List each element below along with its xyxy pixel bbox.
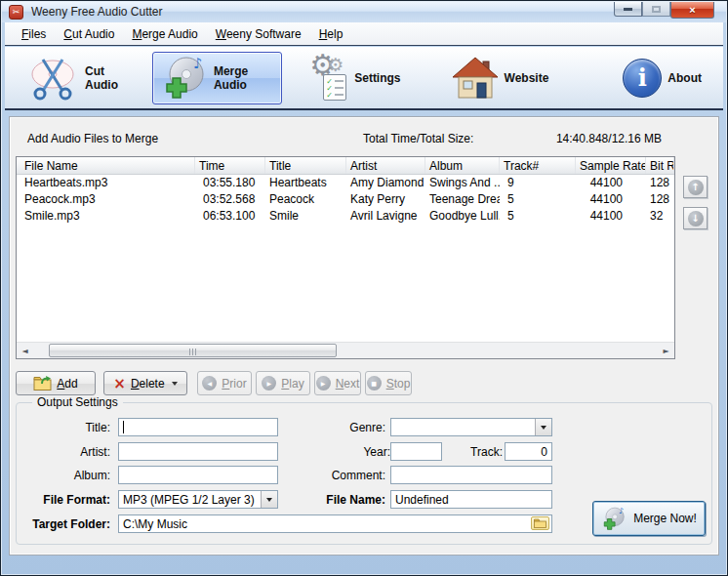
prior-icon: ◀ [202, 376, 217, 391]
minimize-button[interactable] [614, 2, 642, 17]
action-button-row: Add × Delete ◀ Prior ▶ Play ▶ Next ■ Sto… [16, 371, 412, 395]
move-up-button[interactable]: ↑ [683, 176, 708, 198]
track-label: Track: [426, 445, 503, 459]
album-label: Album: [17, 469, 110, 482]
menu-merge-audio[interactable]: Merge Audio [123, 23, 206, 45]
play-button: ▶ Play [256, 371, 310, 395]
scroll-left-arrow[interactable]: ◄ [17, 343, 33, 358]
menu-files[interactable]: Files [13, 23, 55, 45]
add-label: Add [57, 377, 77, 391]
down-arrow-icon: ↓ [688, 211, 704, 226]
album-input[interactable] [118, 466, 278, 484]
delete-dropdown-arrow [172, 382, 178, 386]
svg-text:♪: ♪ [193, 56, 203, 72]
folder-icon [534, 518, 546, 528]
table-row[interactable]: Heartbeats.mp3 03:55.180 Heartbeats Amy … [17, 175, 674, 191]
file-list-table[interactable]: File Name Time Title Artist Album Track#… [16, 156, 675, 359]
text-caret [123, 421, 124, 433]
col-title[interactable]: Title [265, 157, 346, 174]
main-panel: Add Audio Files to Merge Total Time/Tota… [9, 116, 719, 555]
track-input[interactable] [505, 442, 552, 461]
cut-audio-tool-button[interactable]: Cut Audio [20, 53, 139, 103]
settings-gears-icon: ⚙ ⚙ ✓ ✓ ✓ [303, 56, 348, 101]
delete-button[interactable]: × Delete [103, 371, 187, 395]
merge-cd-icon: ♪ [161, 56, 208, 101]
scissors-icon [28, 56, 79, 101]
app-icon: ✂ [9, 5, 23, 20]
merge-audio-tool-button[interactable]: ♪ Merge Audio [152, 52, 282, 104]
file-name-input[interactable] [390, 490, 552, 509]
col-album[interactable]: Album [425, 157, 500, 174]
merge-now-label: Merge Now! [633, 512, 697, 525]
website-label: Website [505, 71, 549, 85]
menu-weeny-software[interactable]: Weeny Software [207, 23, 310, 45]
toolbar: Cut Audio ♪ Merge Audio [5, 47, 723, 110]
merge-now-button[interactable]: ♪ Merge Now! [592, 501, 706, 536]
menu-cut-audio[interactable]: Cut Audio [55, 23, 123, 45]
year-label: Year: [322, 445, 390, 459]
col-artist[interactable]: Artist [346, 157, 425, 174]
output-settings-group: Output Settings Title: Genre: Artist: Ye… [16, 402, 712, 545]
stop-icon: ■ [367, 376, 382, 391]
comment-label: Comment: [270, 469, 385, 482]
target-folder-label: Target Folder: [17, 517, 110, 531]
add-folder-icon [33, 375, 52, 391]
title-label: Title: [17, 421, 110, 434]
settings-tool-button[interactable]: ⚙ ⚙ ✓ ✓ ✓ Settings [296, 53, 408, 103]
next-label: Next [336, 377, 360, 391]
total-time-size-label: Total Time/Total Size: [363, 132, 473, 145]
table-header: File Name Time Title Artist Album Track#… [17, 157, 674, 175]
col-sample-rate[interactable]: Sample Rate [576, 157, 646, 174]
delete-x-icon: × [113, 378, 126, 390]
genre-select[interactable] [390, 418, 552, 436]
house-icon [452, 57, 499, 100]
window-controls: × [614, 2, 714, 19]
close-button[interactable]: × [670, 2, 714, 19]
genre-dropdown-arrow[interactable] [535, 419, 551, 435]
add-button[interactable]: Add [16, 371, 96, 395]
total-time-size-value: 14:40.848/12.16 MB [537, 132, 662, 145]
col-time[interactable]: Time [195, 157, 265, 174]
scroll-right-arrow[interactable]: ► [658, 343, 674, 358]
about-tool-button[interactable]: i About [615, 56, 709, 101]
window-title: Weeny Free Audio Cutter [31, 2, 163, 22]
title-input[interactable] [118, 418, 278, 436]
artist-label: Artist: [17, 445, 110, 459]
menu-help[interactable]: Help [310, 23, 352, 45]
cut-audio-label: Cut Audio [85, 64, 131, 92]
move-down-button[interactable]: ↓ [683, 207, 708, 229]
output-settings-legend: Output Settings [32, 395, 123, 409]
settings-label: Settings [354, 71, 400, 85]
col-file-name[interactable]: File Name [17, 157, 195, 174]
browse-folder-button[interactable] [531, 516, 549, 530]
horizontal-scrollbar[interactable]: ◄ ► [17, 342, 674, 358]
stop-button: ■ Stop [365, 371, 412, 395]
col-bit-rate[interactable]: Bit R [646, 157, 674, 174]
scrollbar-thumb[interactable] [49, 344, 337, 357]
info-icon: i [623, 59, 662, 98]
table-row[interactable]: Peacock.mp3 03:52.568 Peacock Katy Perry… [17, 191, 674, 208]
comment-input[interactable] [390, 466, 552, 484]
next-icon: ▶ [316, 376, 331, 391]
target-folder-input[interactable] [118, 514, 552, 533]
website-tool-button[interactable]: Website [444, 54, 557, 103]
table-row[interactable]: Smile.mp3 06:53.100 Smile Avril Lavigne … [17, 208, 674, 225]
genre-label: Genre: [270, 421, 385, 434]
svg-text:♪: ♪ [619, 507, 624, 515]
prior-label: Prior [222, 377, 246, 391]
file-name-label: File Name: [270, 493, 385, 507]
menu-bar: Files Cut Audio Merge Audio Weeny Softwa… [5, 22, 723, 46]
col-track[interactable]: Track# [500, 157, 576, 174]
artist-input[interactable] [118, 442, 278, 461]
merge-audio-label: Merge Audio [214, 64, 273, 92]
up-arrow-icon: ↑ [688, 180, 704, 195]
titlebar[interactable]: ✂ Weeny Free Audio Cutter × [2, 2, 726, 22]
play-icon: ▶ [262, 376, 276, 391]
section-label: Add Audio Files to Merge [27, 132, 158, 145]
file-format-select[interactable]: MP3 (MPEG 1/2 Layer 3) [118, 490, 278, 509]
maximize-button [642, 2, 670, 17]
merge-now-cd-icon: ♪ [601, 507, 627, 531]
app-window: ✂ Weeny Free Audio Cutter × Files Cut Au… [0, 0, 728, 576]
about-label: About [667, 71, 702, 85]
next-button: ▶ Next [314, 371, 361, 395]
